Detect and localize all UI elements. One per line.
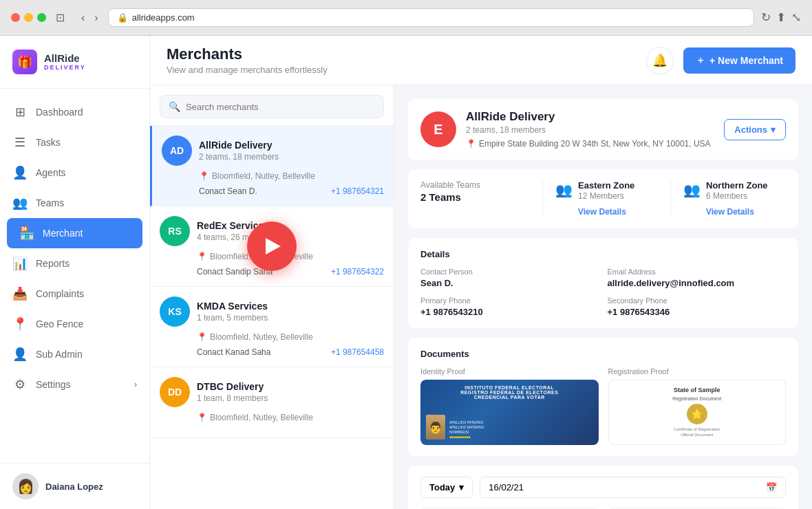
share-button[interactable]: ⬆ bbox=[776, 10, 786, 25]
page-title: Merchants bbox=[167, 45, 328, 63]
user-name: Daiana Lopez bbox=[45, 481, 103, 492]
documents-section: Documents Identity Proof INSTITUTO FEDER… bbox=[408, 338, 798, 456]
browser-chrome: ⊡ ‹ › 🔒 allrideapps.com ↻ ⬆ ⤡ bbox=[0, 0, 812, 36]
top-bar: Merchants View and manage merchants effo… bbox=[150, 36, 812, 85]
lock-icon: 🔒 bbox=[117, 12, 128, 23]
notification-button[interactable]: 🔔 bbox=[646, 47, 674, 74]
available-teams-section: Available Teams 2 Teams bbox=[420, 180, 542, 217]
detail-address: 📍 Empire State Building 20 W 34th St, Ne… bbox=[466, 139, 711, 149]
search-input-wrap[interactable]: 🔍 bbox=[160, 95, 384, 118]
secondary-phone-value: +1 9876543346 bbox=[608, 307, 787, 317]
merchant-avatar: DD bbox=[160, 377, 190, 407]
id-card-mock: INSTITUTO FEDERAL ELECTORALREGISTRO FEDE… bbox=[420, 380, 599, 445]
northern-zone-name: Northern Zone bbox=[706, 180, 768, 191]
detail-header: E AllRide Delivery 2 teams, 18 members 📍… bbox=[408, 99, 798, 160]
sidebar-item-teams[interactable]: 👥 Teams bbox=[0, 188, 149, 218]
sidebar-item-label: Dashboard bbox=[36, 107, 83, 118]
teams-icon: 👥 bbox=[12, 195, 28, 210]
sidebar: 🎁 AllRide DELIVERY ⊞ Dashboard ☰ Tasks 👤… bbox=[0, 36, 150, 509]
sidebar-toggle-button[interactable]: ⊡ bbox=[53, 8, 67, 27]
details-section-title: Details bbox=[420, 249, 786, 259]
contact-person-value: Sean D. bbox=[420, 278, 599, 288]
page-header: Merchants View and manage merchants effo… bbox=[167, 45, 328, 75]
actions-label: Actions bbox=[734, 124, 767, 135]
sidebar-item-dashboard[interactable]: ⊞ Dashboard bbox=[0, 97, 149, 127]
new-merchant-label: + New Merchant bbox=[709, 55, 783, 66]
calendar-icon: 📅 bbox=[766, 482, 777, 492]
minimize-button[interactable] bbox=[24, 13, 33, 22]
merchant-location: 📍 Bloomfield, Nutley, Belleville bbox=[162, 171, 384, 181]
chevron-right-icon: › bbox=[134, 380, 137, 389]
email-value: allride.delivery@innofied.com bbox=[608, 278, 787, 288]
logo-area: 🎁 AllRide DELIVERY bbox=[0, 36, 149, 89]
detail-merchant-name: AllRide Delivery bbox=[466, 110, 711, 124]
documents-title: Documents bbox=[420, 349, 786, 359]
eastern-zone-link[interactable]: View Details bbox=[578, 207, 626, 217]
registration-proof-image: State of Sample Registration Document ⭐ … bbox=[608, 380, 787, 445]
secondary-phone-field: Secondary Phone +1 9876543346 bbox=[608, 296, 787, 317]
fullscreen-button[interactable]: ⤡ bbox=[791, 10, 801, 25]
merchant-card-dtbc[interactable]: DD DTBC Delivery 1 team, 8 members 📍 Blo… bbox=[150, 367, 394, 438]
actions-button[interactable]: Actions ▾ bbox=[724, 119, 786, 140]
sidebar-item-reports[interactable]: 📊 Reports bbox=[0, 248, 149, 279]
merchant-avatar: KS bbox=[160, 296, 190, 327]
sidebar-item-complaints[interactable]: 📥 Complaints bbox=[0, 279, 149, 309]
northern-zone-link[interactable]: View Details bbox=[706, 207, 754, 217]
search-input[interactable] bbox=[186, 102, 375, 112]
page-subtitle: View and manage merchants effortlessly bbox=[167, 65, 328, 75]
merchant-card-kmda[interactable]: KS KMDA Services 1 team, 5 members 📍 Blo… bbox=[150, 287, 394, 367]
location-icon: 📍 bbox=[197, 413, 207, 422]
sidebar-item-geofence[interactable]: 📍 Geo Fence bbox=[0, 309, 149, 339]
plus-icon: ＋ bbox=[696, 54, 705, 67]
merchant-location: 📍 Bloomfield, Nutley, Belleville bbox=[160, 332, 384, 342]
sidebar-item-label: Complaints bbox=[36, 288, 84, 299]
settings-icon: ⚙ bbox=[12, 377, 28, 392]
complaints-icon: 📥 bbox=[12, 286, 28, 301]
teams-row: Available Teams 2 Teams 👥 Eastern Zone 1… bbox=[408, 169, 798, 228]
merchant-card-redex[interactable]: RS RedEx Services 4 teams, 26 members 📍 … bbox=[150, 206, 394, 287]
top-bar-actions: 🔔 ＋ + New Merchant bbox=[646, 47, 795, 74]
nav-menu: ⊞ Dashboard ☰ Tasks 👤 Agents 👥 Teams 🏪 M… bbox=[0, 89, 149, 463]
identity-proof-image: INSTITUTO FEDERAL ELECTORALREGISTRO FEDE… bbox=[420, 380, 599, 445]
today-dropdown[interactable]: Today ▾ bbox=[420, 477, 473, 498]
location-icon: 📍 bbox=[199, 171, 209, 181]
sidebar-item-agents[interactable]: 👤 Agents bbox=[0, 158, 149, 188]
geofence-icon: 📍 bbox=[12, 316, 28, 332]
user-area: 👩 Daiana Lopez bbox=[0, 463, 149, 509]
merchant-name: AllRide Delivery bbox=[199, 140, 279, 151]
email-field: Email Address allride.delivery@innofied.… bbox=[608, 268, 787, 288]
merchant-avatar: AD bbox=[162, 136, 192, 166]
primary-phone-value: +1 9876543210 bbox=[420, 307, 599, 317]
registration-proof: Registration Proof State of Sample Regis… bbox=[608, 367, 787, 445]
identity-proof: Identity Proof INSTITUTO FEDERAL ELECTOR… bbox=[420, 367, 599, 445]
play-triangle-icon bbox=[266, 238, 281, 254]
new-merchant-button[interactable]: ＋ + New Merchant bbox=[683, 47, 795, 74]
sidebar-item-subadmin[interactable]: 👤 Sub Admin bbox=[0, 339, 149, 369]
sidebar-item-label: Merchant bbox=[43, 228, 83, 239]
close-button[interactable] bbox=[11, 13, 20, 22]
sidebar-item-merchant[interactable]: 🏪 Merchant bbox=[7, 218, 142, 248]
sidebar-item-label: Reports bbox=[36, 258, 70, 269]
address-bar[interactable]: 🔒 allrideapps.com bbox=[108, 8, 754, 27]
play-button[interactable] bbox=[247, 221, 297, 271]
sidebar-item-settings[interactable]: ⚙ Settings › bbox=[0, 369, 149, 400]
reload-button[interactable]: ↻ bbox=[761, 10, 771, 25]
date-input[interactable]: 16/02/21 📅 bbox=[480, 477, 786, 498]
merchant-card-allride[interactable]: AD AllRide Delivery 2 teams, 18 members … bbox=[150, 126, 394, 206]
forward-button[interactable]: › bbox=[92, 9, 100, 27]
email-label: Email Address bbox=[608, 268, 787, 276]
sidebar-item-label: Sub Admin bbox=[36, 349, 83, 360]
today-label: Today bbox=[429, 482, 455, 492]
available-teams-label: Available Teams bbox=[420, 180, 542, 190]
app-container: 🎁 AllRide DELIVERY ⊞ Dashboard ☰ Tasks 👤… bbox=[0, 36, 812, 509]
merchant-name: KMDA Services bbox=[197, 301, 268, 312]
back-button[interactable]: ‹ bbox=[78, 9, 87, 27]
maximize-button[interactable] bbox=[37, 13, 46, 22]
merchant-contact: Conact Sean D. +1 987654321 bbox=[162, 186, 384, 196]
bottom-section: Today ▾ 16/02/21 📅 📋 Task Report bbox=[408, 466, 798, 509]
merchant-teams: 1 team, 5 members bbox=[197, 313, 268, 323]
date-value: 16/02/21 bbox=[489, 482, 524, 492]
sidebar-item-tasks[interactable]: ☰ Tasks bbox=[0, 127, 149, 158]
contact-grid: Contact Person Sean D. Email Address all… bbox=[420, 268, 786, 317]
content-area: 🔍 AD AllRide Delivery 2 teams, 18 member… bbox=[150, 85, 812, 509]
